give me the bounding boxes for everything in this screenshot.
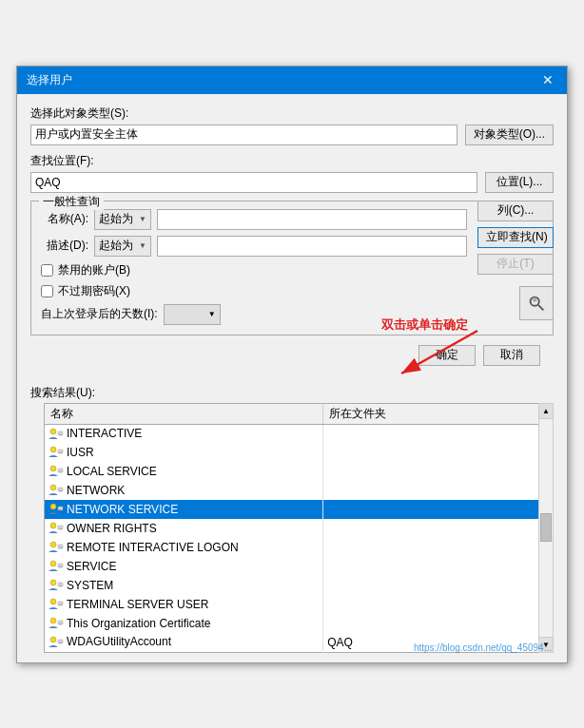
col-folder-header: 所在文件夹 [323,403,552,424]
row-name-cell: SERVICE [45,557,323,576]
row-name: LOCAL SERVICE [67,465,157,478]
svg-point-41 [50,599,56,604]
name-combo[interactable]: 起始为 ▼ [94,209,151,230]
col-button[interactable]: 列(C)... [477,201,554,221]
search-icon-button[interactable] [519,286,554,320]
user-icon [49,560,67,573]
general-query-section: 一般性查询 名称(A): 起始为 ▼ 描述(D): 起始为 ▼ [30,201,554,335]
group-box-legend: 一般性查询 [39,194,104,210]
object-type-section: 选择此对象类型(S): 对象类型(O)... [30,105,554,145]
table-row[interactable]: SYSTEM [45,576,552,595]
table-row[interactable]: IUSR [45,443,552,462]
table-row[interactable]: NETWORK [45,481,552,500]
user-icon [49,635,67,648]
object-type-button[interactable]: 对象类型(O)... [465,125,554,145]
row-name: NETWORK SERVICE [67,503,178,516]
table-row[interactable]: SERVICE [45,557,552,576]
user-icon [49,579,67,592]
user-icon [49,484,67,497]
search-results-label: 搜索结果(U): [30,385,567,401]
annotation-arrow [382,326,496,383]
row-folder-cell [323,500,552,519]
days-combo-arrow: ▼ [208,310,216,318]
row-name-cell: INTERACTIVE [45,424,323,443]
desc-combo[interactable]: 起始为 ▼ [94,236,151,257]
svg-line-1 [538,304,544,310]
table-row[interactable]: INTERACTIVE [45,424,552,443]
results-tbody: INTERACTIVE IUSR LOCAL SERVICE NETWORK N… [45,424,552,652]
svg-point-5 [50,429,56,434]
table-row[interactable]: TERMINAL SERVER USER [45,595,552,614]
days-combo[interactable]: ▼ [164,304,221,325]
svg-point-49 [50,637,56,642]
svg-line-4 [401,331,477,374]
noexpire-checkbox-row: 不过期密码(X) [41,283,543,299]
row-folder-cell [323,462,552,481]
right-buttons: 列(C)... 立即查找(N) 停止(T) [477,201,554,320]
location-label: 查找位置(F): [30,153,554,169]
table-row[interactable]: REMOTE INTERACTIVE LOGON [45,538,552,557]
desc-combo-arrow: ▼ [139,241,146,250]
group-box: 一般性查询 名称(A): 起始为 ▼ 描述(D): 起始为 ▼ [30,201,554,335]
row-name-cell: SYSTEM [45,576,323,595]
scroll-up-button[interactable]: ▲ [539,404,553,419]
object-type-row: 对象类型(O)... [30,125,554,145]
row-name-cell: TERMINAL SERVER USER [45,595,323,614]
object-type-label: 选择此对象类型(S): [30,105,554,122]
results-table-header: 名称 所在文件夹 [45,403,552,424]
svg-point-29 [50,542,56,547]
user-icon [49,465,67,478]
location-input[interactable] [30,172,477,193]
object-type-input[interactable] [30,125,457,145]
row-folder-cell [323,443,552,462]
name-combo-arrow: ▼ [139,215,146,223]
location-button[interactable]: 位置(L)... [485,172,554,193]
dialog-title: 选择用户 [27,72,72,88]
user-icon [49,598,67,611]
svg-point-25 [50,523,56,528]
row-name-cell: LOCAL SERVICE [45,462,323,481]
find-now-button[interactable]: 立即查找(N) [477,227,554,248]
row-name-cell: OWNER RIGHTS [45,519,323,538]
row-name-cell: WDAGUtilityAccount [45,633,323,652]
row-name-cell: IUSR [45,443,323,462]
row-name: INTERACTIVE [67,427,142,440]
row-folder-cell [323,576,552,595]
title-bar: 选择用户 ✕ [17,67,567,94]
row-name: This Organization Certificate [67,617,210,630]
row-folder-cell [323,557,552,576]
svg-point-17 [50,485,56,490]
row-name: OWNER RIGHTS [67,522,157,535]
desc-combo-value: 起始为 [99,238,133,254]
disabled-checkbox[interactable] [41,264,53,277]
table-row[interactable]: This Organization Certificate [45,614,552,633]
scroll-thumb[interactable] [540,513,551,542]
row-folder-cell [323,595,552,614]
watermark: https://blog.csdn.net/qq_45094... [414,642,552,653]
row-name-cell: REMOTE INTERACTIVE LOGON [45,538,323,557]
row-name: REMOTE INTERACTIVE LOGON [67,541,239,554]
row-name-cell: This Organization Certificate [45,614,323,633]
row-name-cell: NETWORK SERVICE [45,500,323,519]
name-query-row: 名称(A): 起始为 ▼ [41,209,543,230]
svg-point-9 [50,447,56,452]
days-label: 自上次登录后的天数(I): [41,306,158,322]
table-row[interactable]: NETWORK SERVICE [45,500,552,519]
table-row[interactable]: OWNER RIGHTS [45,519,552,538]
svg-point-45 [50,618,56,623]
scrollbar[interactable]: ▲ ▼ [538,403,554,653]
name-query-input[interactable] [157,209,467,230]
user-icon [49,503,67,516]
row-name: SYSTEM [67,579,113,592]
row-name: IUSR [67,446,94,459]
close-button[interactable]: ✕ [538,73,557,86]
name-combo-value: 起始为 [99,211,133,227]
stop-button[interactable]: 停止(T) [477,254,554,275]
location-row: 位置(L)... [30,172,554,193]
row-folder-cell [323,424,552,443]
desc-query-input[interactable] [157,236,467,257]
desc-query-label: 描述(D): [41,238,88,254]
location-section: 查找位置(F): 位置(L)... [30,153,554,193]
table-row[interactable]: LOCAL SERVICE [45,462,552,481]
noexpire-checkbox[interactable] [41,285,53,297]
